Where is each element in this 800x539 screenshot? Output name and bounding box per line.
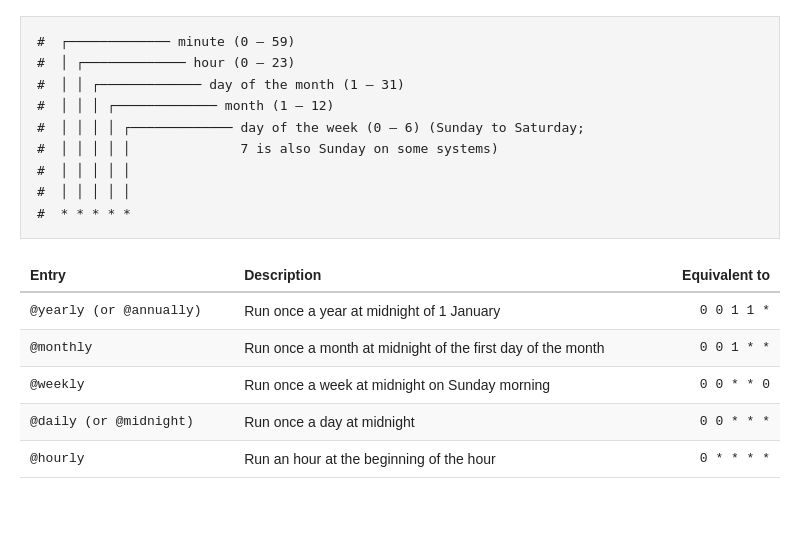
table-row: @yearly (or @annually)Run once a year at… — [20, 292, 780, 330]
table-row: @monthlyRun once a month at midnight of … — [20, 329, 780, 366]
cell-equivalent: 0 0 * * * — [659, 403, 780, 440]
table-header-row: Entry Description Equivalent to — [20, 259, 780, 292]
header-entry: Entry — [20, 259, 234, 292]
cell-description: Run once a year at midnight of 1 January — [234, 292, 659, 330]
cron-table: Entry Description Equivalent to @yearly … — [20, 259, 780, 478]
table-row: @daily (or @midnight)Run once a day at m… — [20, 403, 780, 440]
cron-diagram-text: # ┌───────────── minute (0 – 59) # │ ┌──… — [37, 31, 763, 224]
page-container: # ┌───────────── minute (0 – 59) # │ ┌──… — [0, 0, 800, 494]
cell-equivalent: 0 * * * * — [659, 440, 780, 477]
cell-entry: @daily (or @midnight) — [20, 403, 234, 440]
table-row: @weeklyRun once a week at midnight on Su… — [20, 366, 780, 403]
cell-equivalent: 0 0 * * 0 — [659, 366, 780, 403]
table-row: @hourlyRun an hour at the beginning of t… — [20, 440, 780, 477]
cell-description: Run an hour at the beginning of the hour — [234, 440, 659, 477]
cell-description: Run once a month at midnight of the firs… — [234, 329, 659, 366]
header-description: Description — [234, 259, 659, 292]
cell-equivalent: 0 0 1 * * — [659, 329, 780, 366]
cell-entry: @yearly (or @annually) — [20, 292, 234, 330]
cell-description: Run once a week at midnight on Sunday mo… — [234, 366, 659, 403]
cell-entry: @monthly — [20, 329, 234, 366]
cron-diagram: # ┌───────────── minute (0 – 59) # │ ┌──… — [20, 16, 780, 239]
cell-equivalent: 0 0 1 1 * — [659, 292, 780, 330]
cell-entry: @weekly — [20, 366, 234, 403]
cell-entry: @hourly — [20, 440, 234, 477]
header-equivalent: Equivalent to — [659, 259, 780, 292]
cell-description: Run once a day at midnight — [234, 403, 659, 440]
